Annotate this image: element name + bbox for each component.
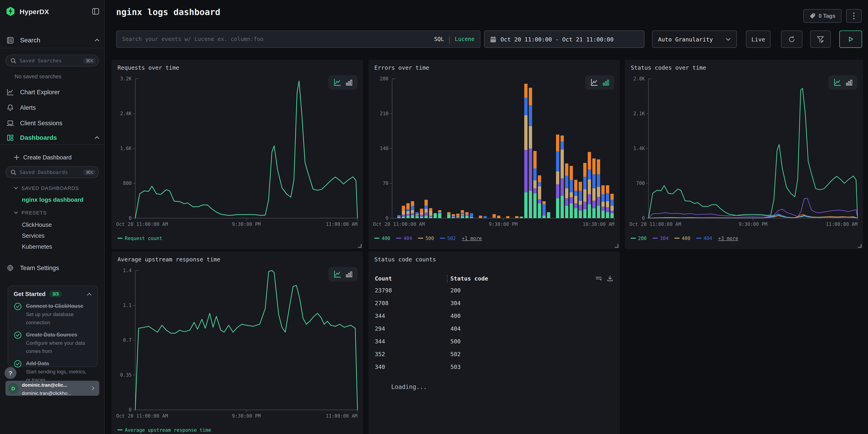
create-dashboard-button[interactable]: Create Dashboard	[14, 152, 100, 162]
granularity-value: Auto Granularity	[658, 36, 713, 42]
table-row[interactable]: 23798200	[368, 287, 620, 300]
refresh-button[interactable]	[781, 31, 802, 48]
sidebar-item-kubernetes[interactable]: Kubernetes	[22, 243, 52, 250]
saved-searches-input[interactable]: Saved Searches ⌘K	[5, 55, 99, 66]
svg-text:9:30:00 PM: 9:30:00 PM	[232, 222, 261, 227]
table-header-status-code[interactable]: Status code	[451, 275, 488, 282]
legend-more-link[interactable]: +1 more	[462, 236, 482, 241]
panel-title: Status codes over time	[631, 64, 706, 71]
column-resize-handle[interactable]	[447, 275, 448, 282]
panel-requests-over-time: Requests over time 3.2K2.4K1.6K8000Oct 2…	[112, 60, 363, 249]
user-menu[interactable]: D dominic.tran@clic... dominic.tran@clic…	[5, 381, 99, 396]
svg-text:1.6K: 1.6K	[120, 146, 132, 151]
get-started-progress-badge: 3/3	[49, 290, 62, 298]
panel-title: Requests over time	[118, 64, 179, 71]
table-row[interactable]: 340503	[368, 364, 620, 376]
help-button[interactable]: ?	[5, 367, 17, 379]
get-started-item-desc: Set up your database connection	[26, 311, 73, 325]
svg-text:9:30:00 PM: 9:30:00 PM	[232, 413, 261, 419]
svg-text:140: 140	[380, 146, 389, 151]
chevron-down-icon	[725, 36, 731, 42]
tags-button[interactable]: 0 Tags	[803, 9, 842, 23]
hyperdx-logo-icon	[5, 6, 16, 17]
svg-text:11:00:00 AM: 11:00:00 AM	[326, 222, 358, 227]
chevron-down-icon	[14, 186, 18, 190]
get-started-item[interactable]: Connect to ClickHouse Set up your databa…	[14, 302, 92, 326]
svg-text:700: 700	[636, 181, 645, 186]
table-row[interactable]: 2708304	[368, 300, 620, 312]
legend-more-link[interactable]: +3 more	[718, 236, 738, 241]
run-query-button[interactable]	[839, 31, 862, 48]
sidebar-item-team-settings[interactable]: Team Settings	[6, 262, 100, 273]
table-row[interactable]: 344500	[368, 338, 620, 351]
get-started-item-title: Add Data	[26, 361, 49, 366]
filter-button[interactable]	[810, 31, 831, 48]
bell-icon	[6, 103, 14, 111]
table-row[interactable]: 344400	[368, 312, 620, 325]
chart-explorer-label: Chart Explorer	[20, 89, 100, 95]
saved-dashboards-section[interactable]: SAVED DASHBOARDS	[14, 185, 79, 191]
svg-text:Oct 20 11:00:00 AM: Oct 20 11:00:00 AM	[116, 413, 168, 419]
errors-chart[interactable]: 280210140700Oct 20 11:00:00 AM9:30:00 PM…	[371, 73, 617, 230]
table-header-count[interactable]: Count	[375, 275, 392, 282]
event-search-placeholder: Search your events w/ Lucene ex. column:…	[122, 36, 434, 42]
create-dashboard-label: Create Dashboard	[23, 154, 100, 160]
download-icon[interactable]	[607, 275, 613, 282]
sidebar-item-chart-explorer[interactable]: Chart Explorer	[6, 87, 100, 97]
date-range-picker[interactable]: Oct 20 11:00:00 - Oct 21 11:00:00	[484, 31, 644, 48]
svg-text:2.8K: 2.8K	[633, 76, 645, 82]
granularity-select[interactable]: Auto Granularity	[652, 31, 737, 48]
panel-menu-button[interactable]	[846, 9, 862, 23]
get-started-card: Get Started 3/3 Connect to ClickHouse Se…	[8, 285, 98, 367]
legend-item: 400	[675, 236, 690, 241]
requests-chart[interactable]: 3.2K2.4K1.6K8000Oct 20 11:00:00 AM9:30:0…	[114, 73, 360, 230]
svg-text:280: 280	[380, 76, 389, 82]
panel-resize-handle[interactable]	[858, 244, 862, 248]
page-title: nginx logs dashboard	[116, 7, 220, 17]
panel-resize-handle[interactable]	[615, 244, 618, 248]
user-email: dominic.tran@clickho...	[22, 390, 71, 396]
avg-upstream-chart[interactable]: 1.41.10.70.350Oct 20 11:00:00 AM9:30:00 …	[114, 265, 360, 422]
svg-text:Oct 20 11:00:00 AM: Oct 20 11:00:00 AM	[629, 222, 681, 227]
chevron-up-icon[interactable]	[94, 37, 100, 43]
saved-dashboards-header: SAVED DASHBOARDS	[22, 185, 79, 191]
client-sessions-label: Client Sessions	[20, 120, 100, 126]
sidebar-item-client-sessions[interactable]: Client Sessions	[6, 118, 100, 128]
panel-title: Status code counts	[374, 256, 436, 263]
svg-text:0: 0	[642, 215, 645, 221]
sidebar-item-services[interactable]: Services	[22, 232, 44, 239]
get-started-item[interactable]: Add Data Start sending logs, metrics, or…	[14, 359, 92, 383]
panel-resize-handle[interactable]	[358, 244, 362, 248]
table-row[interactable]: 294404	[368, 325, 620, 338]
svg-text:1.1: 1.1	[123, 303, 132, 308]
sidebar-item-search[interactable]: Search	[6, 35, 100, 45]
event-search-input[interactable]: Search your events w/ Lucene ex. column:…	[116, 31, 480, 48]
sidebar-item-alerts[interactable]: Alerts	[6, 102, 100, 113]
saved-dashboards-input[interactable]: Saved Dashboards ⌘K	[5, 166, 99, 178]
svg-text:Oct 20 11:00:00 AM: Oct 20 11:00:00 AM	[373, 222, 425, 227]
panel-status-code-counts: Status code counts Count Status code 237…	[368, 251, 620, 434]
chevron-up-icon[interactable]	[87, 291, 92, 297]
divider	[0, 48, 104, 48]
sidebar-item-clickhouse[interactable]: ClickHouse	[22, 221, 52, 228]
sidebar-item-dashboards[interactable]: Dashboards	[6, 132, 100, 143]
legend-item: 304	[653, 236, 669, 241]
svg-text:9:30:00 PM: 9:30:00 PM	[489, 222, 518, 227]
panel-errors-over-time: Errors over time 280210140700Oct 20 11:0…	[368, 60, 620, 249]
sidebar-item-nginx-dashboard[interactable]: nginx logs dashboard	[22, 196, 83, 203]
presets-header: PRESETS	[22, 210, 47, 215]
mode-divider: |	[447, 35, 452, 43]
status-codes-chart[interactable]: 2.8K2.1K1.4K7000Oct 20 11:00:00 AM9:30:0…	[627, 73, 860, 230]
divider	[0, 144, 104, 145]
lucene-mode-toggle[interactable]: Lucene	[455, 36, 474, 42]
sidebar-collapse-icon[interactable]	[92, 7, 100, 16]
panel-title: Errors over time	[374, 64, 429, 71]
get-started-item[interactable]: Create Data Sources Configure where your…	[14, 330, 92, 355]
sql-mode-toggle[interactable]: SQL	[434, 36, 444, 42]
presets-section[interactable]: PRESETS	[14, 210, 47, 215]
table-row[interactable]: 352502	[368, 351, 620, 364]
chevron-up-icon[interactable]	[94, 135, 100, 140]
column-settings-icon[interactable]	[595, 275, 602, 282]
live-button[interactable]: Live	[746, 31, 771, 48]
avatar: D	[8, 383, 19, 394]
